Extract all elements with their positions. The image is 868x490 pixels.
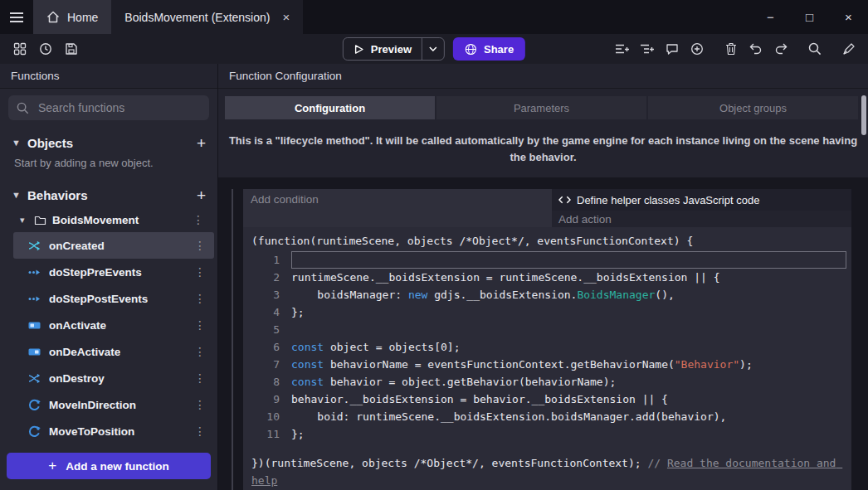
delete-button[interactable] (719, 38, 742, 60)
tab-configuration[interactable]: Configuration (225, 96, 435, 119)
search-icon (808, 42, 822, 56)
code-text: }; (291, 425, 846, 443)
hamburger-menu-button[interactable] (0, 0, 33, 34)
search-input[interactable] (37, 100, 201, 115)
add-action-button[interactable]: Add action (552, 211, 851, 227)
add-function-button[interactable]: + Add a new function (7, 453, 211, 479)
item-menu-button[interactable]: ⋮ (191, 265, 209, 279)
line-number: 1 (248, 251, 291, 269)
objects-hint: Start by adding a new object. (0, 155, 217, 176)
code-line: 6const object = objects[0]; (248, 338, 846, 356)
choose-event-button[interactable] (685, 38, 708, 60)
function-configuration-panel: Function Configuration Configuration Par… (218, 64, 868, 490)
undo-button[interactable] (744, 38, 767, 60)
editor-settings-button[interactable] (837, 38, 860, 60)
item-menu-button[interactable]: ⋮ (191, 292, 209, 305)
behavior-folder-row[interactable]: ▾ BoidsMovement ⋮ (0, 207, 217, 232)
code-lines: 12runtimeScene.__boidsExtension = runtim… (248, 251, 846, 443)
js-code-icon (558, 196, 571, 204)
project-manager-button[interactable] (8, 38, 31, 60)
add-object-button[interactable]: + (197, 135, 206, 151)
search-events-button[interactable] (803, 38, 826, 60)
tab-extension[interactable]: BoidsMovement (Extension) × (111, 0, 303, 34)
function-label: doStepPreEvents (49, 266, 142, 279)
trash-icon (725, 42, 737, 56)
sidebar-item-onactivate[interactable]: onActivate⋮ (13, 312, 214, 338)
lifecycle-description: This is a "lifecycle method". It will be… (224, 133, 863, 166)
tab-extension-label: BoidsMovement (Extension) (124, 11, 270, 24)
item-menu-button[interactable]: ⋮ (191, 345, 209, 358)
line-number: 3 (248, 286, 291, 303)
js-event-header[interactable]: Define helper classes JavaScript code (552, 189, 851, 211)
function-label: doStepPostEvents (49, 293, 148, 305)
sidebar-item-ondestroy[interactable]: onDestroy⋮ (13, 365, 214, 391)
add-subevent-button[interactable] (636, 38, 658, 60)
objects-section-label: Objects (27, 136, 73, 150)
save-icon (65, 42, 78, 56)
preview-dropdown-button[interactable] (422, 38, 444, 60)
function-label: MoveInDirection (49, 399, 136, 411)
code-line: 1 (248, 251, 846, 269)
objects-section-row[interactable]: ▼ Objects + (0, 130, 217, 155)
events-sheet: Add condition Define helper classes Java… (218, 177, 868, 490)
code-line: 2runtimeScene.__boidsExtension = runtime… (248, 269, 846, 286)
tab-parameters[interactable]: Parameters (436, 96, 646, 119)
tab-object-groups[interactable]: Object groups (648, 96, 858, 119)
add-behavior-button[interactable]: + (197, 187, 206, 203)
move-icon (28, 399, 41, 411)
shuffle-cyan-icon (28, 240, 41, 252)
sidebar-item-dosteppostevents[interactable]: doStepPostEvents⋮ (13, 285, 214, 312)
js-code-editor[interactable]: (function(runtimeScene, objects /*Object… (243, 227, 851, 490)
function-label: MoveToPosition (49, 425, 134, 438)
redo-button[interactable] (769, 38, 792, 60)
app-window: Home BoidsMovement (Extension) × − □ × (0, 0, 868, 490)
share-button[interactable]: Share (453, 37, 525, 61)
add-condition-button[interactable]: Add condition (243, 189, 552, 227)
item-menu-button[interactable]: ⋮ (191, 239, 209, 252)
comment-icon (666, 43, 679, 56)
code-text: const object = objects[0]; (291, 338, 846, 356)
item-menu-button[interactable]: ⋮ (191, 318, 209, 332)
line-number: 7 (248, 356, 291, 373)
search-icon (17, 102, 29, 114)
functions-panel: Functions ▼ Objects + Start by adding a … (0, 64, 218, 490)
sidebar-title: Functions (0, 64, 217, 89)
code-line: 5 (248, 321, 846, 338)
sidebar-item-ondeactivate[interactable]: onDeActivate⋮ (13, 338, 214, 365)
item-menu-button[interactable]: ⋮ (191, 398, 209, 411)
folder-label: BoidsMovement (52, 214, 139, 226)
maximize-button[interactable]: □ (790, 0, 829, 34)
footer-comment: // (647, 457, 666, 469)
footer-code: })(runtimeScene, objects /*Object*/, eve… (251, 457, 647, 469)
minimize-button[interactable]: − (751, 0, 790, 34)
save-button[interactable] (60, 38, 82, 60)
toolbar: Preview Share (0, 34, 868, 64)
add-event-button[interactable] (611, 38, 633, 60)
chevron-down-icon: ▼ (12, 190, 20, 200)
main-title: Function Configuration (218, 64, 868, 89)
sidebar-item-oncreated[interactable]: onCreated⋮ (13, 232, 214, 259)
home-icon (46, 11, 60, 23)
add-comment-button[interactable] (661, 38, 683, 60)
folder-menu-button[interactable]: ⋮ (189, 213, 207, 226)
behaviors-section-row[interactable]: ▼ Behaviors + (0, 182, 217, 207)
code-line: 9behavior.__boidsExtension = behavior.__… (248, 391, 846, 408)
tab-home[interactable]: Home (33, 0, 111, 34)
code-text: boidsManager: new gdjs.__boidsExtension.… (291, 286, 846, 303)
add-circle-icon (690, 42, 704, 56)
deactivate-icon (28, 346, 41, 358)
sidebar-item-moveindirection[interactable]: MoveInDirection⋮ (13, 391, 214, 418)
close-button[interactable]: × (829, 0, 868, 34)
sidebar-item-movetoposition[interactable]: MoveToPosition⋮ (13, 418, 214, 444)
window-controls: − □ × (751, 0, 868, 34)
function-label: onCreated (49, 240, 105, 252)
sidebar-item-dosteppreevents[interactable]: doStepPreEvents⋮ (13, 259, 214, 285)
history-button[interactable] (34, 38, 56, 60)
scrollbar-thumb[interactable] (861, 95, 866, 135)
item-menu-button[interactable]: ⋮ (191, 371, 209, 385)
tab-close-icon[interactable]: × (282, 10, 290, 24)
item-menu-button[interactable]: ⋮ (191, 425, 209, 438)
preview-button[interactable]: Preview (344, 38, 422, 60)
code-header-line: (function(runtimeScene, objects /*Object… (248, 232, 846, 251)
code-text: }; (291, 303, 846, 321)
